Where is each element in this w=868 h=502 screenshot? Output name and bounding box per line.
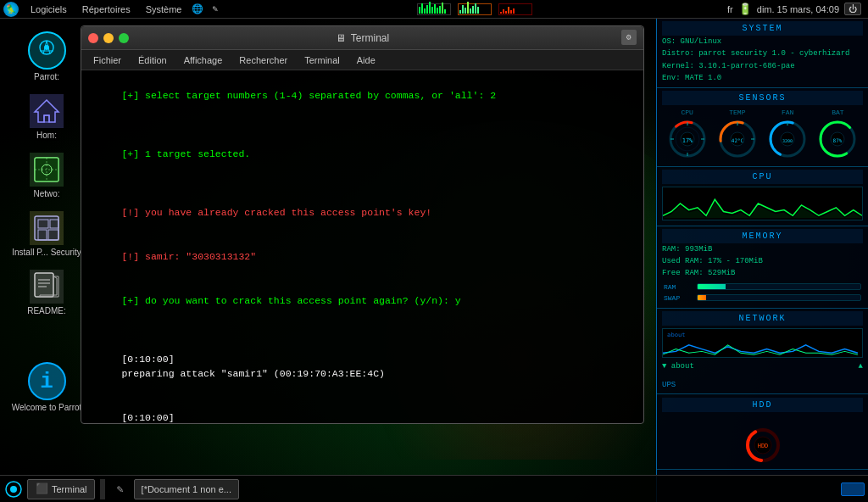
readme-icon: [30, 270, 64, 304]
terminal-titlebar: 🖥 Terminal ⚙: [81, 26, 643, 50]
t-text: preparing attack "samir1" (00:19:70:A3:E…: [121, 368, 385, 379]
svg-text:about: about: [667, 332, 686, 338]
taskbar-logo-icon[interactable]: [3, 479, 24, 499]
menu-fichier[interactable]: Fichier: [86, 53, 128, 67]
sidebar-item-welcome[interactable]: i Welcome to Parrot: [0, 358, 93, 416]
menu-aide[interactable]: Aide: [350, 53, 382, 67]
gauge-cpu-label: CPU: [681, 109, 693, 116]
svg-rect-6: [44, 115, 49, 122]
battery-gauge: BAT 87%: [816, 109, 859, 160]
net-up: ▲: [859, 360, 863, 372]
hdd-section: HDD HDD: [657, 394, 868, 470]
ng-bar: [467, 2, 469, 14]
ram-bar-fill: [698, 284, 726, 289]
menu-systeme[interactable]: Système: [139, 3, 189, 16]
network-graph-panel: about: [662, 328, 863, 358]
ng-bar: [429, 2, 431, 14]
menu-rechercher[interactable]: Rechercher: [232, 53, 294, 67]
ng-bar: [510, 10, 512, 14]
taskbar-app-terminal[interactable]: ⬛ Terminal: [27, 479, 95, 499]
terminal-menubar: Fichier Édition Affichage Rechercher Ter…: [81, 50, 643, 70]
ram-used: Used RAM: 17% - 170MiB: [662, 255, 863, 267]
network-title: NETWORK: [662, 311, 863, 326]
terminal-line-1: [+] select target numbers (1-4) separate…: [86, 74, 638, 118]
ups-label: UPS: [662, 381, 676, 389]
ng-bar: [439, 6, 441, 14]
close-button[interactable]: [88, 33, 98, 43]
menu-affichage[interactable]: Affichage: [177, 53, 230, 67]
sidebar-item-install[interactable]: Install P... Security: [0, 207, 93, 261]
svg-text:87%: 87%: [833, 137, 843, 143]
hdd-gauge-svg: HDD: [729, 416, 797, 462]
menu-repertoires[interactable]: Répertoires: [75, 3, 137, 16]
ng-bar: [419, 7, 420, 14]
taskbar-bottom: ⬛ Terminal ✎ [*Document 1 non e...: [0, 475, 868, 502]
sidebar-item-parrot[interactable]: Parrot:: [0, 27, 93, 86]
cpu-gauge: CPU 17%: [666, 109, 709, 160]
terminal-line-3: [+] 1 target selected.: [86, 132, 638, 176]
ram-bar-label: RAM: [664, 283, 693, 291]
ng-bar: [513, 8, 515, 14]
sidebar-parrot-label: Parrot:: [34, 72, 59, 81]
net-down: ▼ about: [662, 360, 694, 372]
window-controls: [88, 33, 129, 43]
ng-bar: [477, 7, 479, 14]
network-graph-1: [417, 3, 451, 15]
ng-bar: [459, 10, 461, 14]
ng-bar: [503, 9, 504, 14]
memory-section: MEMORY RAM: 993MiB Used RAM: 17% - 170Mi…: [657, 226, 868, 309]
menu-terminal[interactable]: Terminal: [298, 53, 347, 67]
svg-marker-5: [35, 100, 58, 122]
power-button[interactable]: ⏻: [844, 3, 861, 15]
menu-logiciels[interactable]: Logiciels: [24, 3, 74, 16]
sidebar-item-readme[interactable]: README:: [0, 265, 93, 320]
terminal-line-5: [!] you have already cracked this access…: [86, 191, 638, 235]
minimize-button[interactable]: [103, 33, 114, 43]
memory-title: MEMORY: [662, 229, 863, 243]
sidebar-item-network[interactable]: Netwo:: [0, 148, 93, 203]
datetime-display: dim. 15 mars, 04:09: [757, 4, 839, 14]
taskbar-right: [841, 482, 865, 496]
svg-rect-17: [35, 273, 53, 297]
sensors-gauges: CPU 17% TEMP: [662, 105, 863, 164]
terminal-content[interactable]: [+] select target numbers (1-4) separate…: [81, 70, 643, 423]
sidebar-install-label: Install P... Security: [12, 248, 81, 257]
taskbar-center-section: [222, 3, 727, 15]
fan-gauge: FAN 3200: [766, 109, 809, 160]
system-title: SYSTEM: [662, 21, 863, 36]
terminal-line-9: [0:10:00] preparing attack "samir1" (00:…: [86, 337, 638, 396]
taskbar-app-document[interactable]: [*Document 1 non e...: [134, 479, 239, 499]
ng-bar: [437, 8, 438, 14]
ng-bar: [508, 7, 509, 14]
parrot-logo-icon[interactable]: 🦜: [3, 2, 19, 17]
network-graph-svg: about: [663, 329, 862, 357]
bt-indicator-1: [841, 482, 865, 496]
system-distro: Distro: parrot security 1.0 - cyberhizar…: [662, 47, 863, 59]
ram-bar-row: RAM: [664, 283, 861, 291]
sidebar-item-home[interactable]: Hom:: [0, 90, 93, 144]
ng-bar: [442, 3, 443, 14]
ng-bar: [465, 8, 466, 14]
terminal-title: 🖥 Terminal: [336, 32, 389, 44]
hdd-title: HDD: [662, 398, 863, 412]
system-os: OS: GNU/Linux: [662, 36, 863, 47]
cpu-gauge-svg: 17%: [666, 118, 709, 160]
globe-icon[interactable]: 🌐: [190, 2, 205, 17]
t-text: [+] do you want to crack this access poi…: [121, 295, 460, 306]
cpu-section: CPU: [657, 167, 868, 226]
t-timestamp: [0:10:00]: [121, 354, 180, 365]
pencil-icon[interactable]: ✎: [207, 2, 222, 17]
maximize-button[interactable]: [119, 33, 129, 43]
right-panel: SYSTEM OS: GNU/Linux Distro: parrot secu…: [656, 19, 868, 502]
network-icon: [30, 153, 64, 187]
parrot-svg: [35, 39, 58, 63]
t-text: [+] select target numbers (1-4) separate…: [121, 90, 496, 101]
ng-bar: [470, 8, 471, 14]
taskbar-pencil-icon[interactable]: ✎: [110, 479, 131, 499]
terminal-settings-icon[interactable]: ⚙: [621, 30, 637, 45]
ups-row: UPS: [662, 376, 863, 391]
fan-gauge-svg: 3200: [766, 118, 809, 160]
swap-bar-fill: [698, 295, 706, 300]
menu-edition[interactable]: Édition: [131, 53, 174, 67]
sidebar-welcome-label: Welcome to Parrot: [12, 403, 82, 412]
